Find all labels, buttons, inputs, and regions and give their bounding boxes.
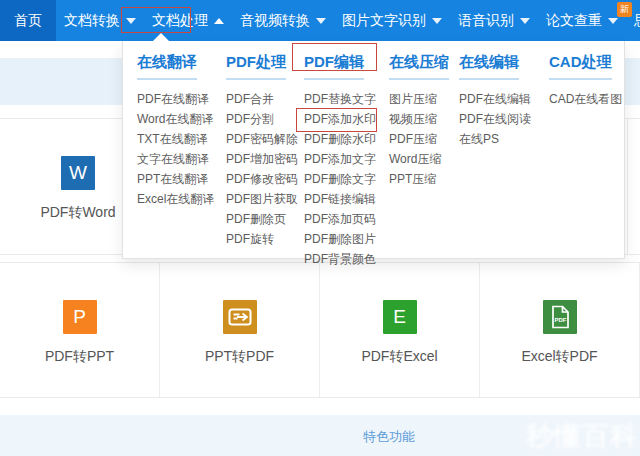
menu-column-header: CAD处理 bbox=[549, 53, 629, 80]
card-ppt-to-pdf[interactable]: PPT转PDF bbox=[160, 263, 320, 397]
menu-item[interactable]: PDF分割 bbox=[226, 109, 304, 129]
nav-item-speech-recognition[interactable]: 语音识别 bbox=[450, 0, 538, 41]
menu-item[interactable]: PDF增加密码 bbox=[226, 149, 304, 169]
page: 首页 文档转换 文档处理 音视频转换 图片文字识别 语音识别 论文查重 新 思维 bbox=[0, 0, 640, 456]
menu-item[interactable]: PDF添加文字 bbox=[304, 149, 389, 169]
menu-item[interactable]: TXT在线翻译 bbox=[137, 129, 226, 149]
menu-item[interactable]: PDF合并 bbox=[226, 89, 304, 109]
menu-column-online-compress: 在线压缩 图片压缩 视频压缩 PDF压缩 Word压缩 PPT压缩 bbox=[389, 53, 459, 258]
chevron-up-icon bbox=[214, 18, 224, 24]
nav-item-av-convert[interactable]: 音视频转换 bbox=[232, 0, 334, 41]
menu-item[interactable]: PPT在线翻译 bbox=[137, 169, 226, 189]
export-card-icon bbox=[223, 300, 257, 334]
nav-item-label: 思维导图 bbox=[634, 12, 640, 30]
menu-item[interactable]: Excel在线翻译 bbox=[137, 189, 226, 209]
menu-item[interactable]: PDF删除图片 bbox=[304, 229, 389, 249]
nav-item-label: 语音识别 bbox=[458, 12, 514, 30]
menu-item[interactable]: 图片压缩 bbox=[389, 89, 459, 109]
menu-item[interactable]: Word压缩 bbox=[389, 149, 459, 169]
nav-item-image-ocr[interactable]: 图片文字识别 bbox=[334, 0, 450, 41]
menu-item[interactable]: 视频压缩 bbox=[389, 109, 459, 129]
nav-item-paper-check[interactable]: 论文查重 新 bbox=[538, 0, 626, 41]
menu-item[interactable]: PDF添加页码 bbox=[304, 209, 389, 229]
featured-functions-link[interactable]: 特色功能 bbox=[363, 428, 415, 446]
icon-text: PDF bbox=[554, 317, 566, 323]
menu-item[interactable]: PDF替换文字 bbox=[304, 89, 389, 109]
card-excel-to-pdf[interactable]: PDF Excel转PDF bbox=[480, 263, 640, 397]
card-row-2: P PDF转PPT PPT转PDF E PDF转Excel bbox=[0, 262, 640, 398]
menu-column-header: 在线压缩 bbox=[389, 53, 459, 80]
menu-column-header: PDF处理 bbox=[226, 53, 304, 80]
card-label: PDF转Excel bbox=[361, 348, 437, 366]
menu-item[interactable]: PDF背景颜色 bbox=[304, 249, 389, 269]
menu-column-header: PDF编辑 bbox=[304, 53, 389, 80]
card-label: PDF转Word bbox=[40, 204, 115, 222]
menu-column-pdf-process: PDF处理 PDF合并 PDF分割 PDF密码解除 PDF增加密码 PDF修改密… bbox=[226, 53, 304, 258]
menu-item[interactable]: PDF删除文字 bbox=[304, 169, 389, 189]
menu-item[interactable]: PDF压缩 bbox=[389, 129, 459, 149]
menu-item[interactable]: PDF删除页 bbox=[226, 209, 304, 229]
nav-item-label: 图片文字识别 bbox=[342, 12, 426, 30]
icon-letter: P bbox=[73, 306, 86, 328]
card-label: PPT转PDF bbox=[205, 348, 274, 366]
nav-item-doc-convert[interactable]: 文档转换 bbox=[56, 0, 144, 41]
card-label: PDF转PPT bbox=[45, 348, 114, 366]
menu-item[interactable]: PDF添加水印 bbox=[304, 109, 389, 129]
word-file-icon: W bbox=[61, 156, 95, 190]
icon-letter: W bbox=[69, 162, 87, 184]
pdf-doc-icon: PDF bbox=[543, 300, 577, 334]
chevron-down-icon bbox=[608, 18, 618, 24]
menu-item[interactable]: CAD在线看图 bbox=[549, 89, 629, 109]
card-pdf-to-ppt[interactable]: P PDF转PPT bbox=[0, 263, 160, 397]
chevron-down-icon bbox=[520, 18, 530, 24]
menu-column-online-edit: 在线编辑 PDF在线编辑 PDF在线阅读 在线PS bbox=[459, 53, 549, 258]
icon-letter: E bbox=[393, 306, 406, 328]
ppt-file-icon: P bbox=[63, 300, 97, 334]
card-hidden[interactable] bbox=[628, 119, 640, 254]
excel-file-icon: E bbox=[383, 300, 417, 334]
menu-item[interactable]: PDF修改密码 bbox=[226, 169, 304, 189]
nav-item-label: 文档处理 bbox=[152, 12, 208, 30]
menu-item[interactable]: PDF旋转 bbox=[226, 229, 304, 249]
menu-column-pdf-edit: PDF编辑 PDF替换文字 PDF添加水印 PDF删除水印 PDF添加文字 PD… bbox=[304, 53, 389, 258]
doc-process-dropdown-menu: 在线翻译 PDF在线翻译 Word在线翻译 TXT在线翻译 文字在线翻译 PPT… bbox=[122, 41, 625, 259]
dropdown-caret-icon bbox=[153, 33, 169, 41]
menu-column-online-translate: 在线翻译 PDF在线翻译 Word在线翻译 TXT在线翻译 文字在线翻译 PPT… bbox=[137, 53, 226, 258]
menu-item[interactable]: PDF在线翻译 bbox=[137, 89, 226, 109]
chevron-down-icon bbox=[126, 18, 136, 24]
menu-item-pdf-remove-watermark[interactable]: PDF删除水印 bbox=[304, 129, 389, 149]
menu-item[interactable]: PDF密码解除 bbox=[226, 129, 304, 149]
chevron-down-icon bbox=[432, 18, 442, 24]
menu-column-cad-process: CAD处理 CAD在线看图 bbox=[549, 53, 629, 258]
menu-item[interactable]: PPT压缩 bbox=[389, 169, 459, 189]
footer-band bbox=[0, 415, 640, 456]
nav-item-label: 论文查重 bbox=[546, 12, 602, 30]
menu-column-header: 在线翻译 bbox=[137, 53, 226, 80]
card-pdf-to-excel[interactable]: E PDF转Excel bbox=[320, 263, 480, 397]
top-navigation-bar: 首页 文档转换 文档处理 音视频转换 图片文字识别 语音识别 论文查重 新 思维 bbox=[0, 0, 640, 41]
menu-item[interactable]: PDF在线编辑 bbox=[459, 89, 549, 109]
nav-item-label: 首页 bbox=[14, 12, 42, 30]
chevron-down-icon bbox=[316, 18, 326, 24]
menu-item[interactable]: 文字在线翻译 bbox=[137, 149, 226, 169]
nav-item-label: 音视频转换 bbox=[240, 12, 310, 30]
menu-item[interactable]: PDF图片获取 bbox=[226, 189, 304, 209]
nav-item-mind-map[interactable]: 思维导图 bbox=[626, 0, 640, 41]
menu-item[interactable]: PDF链接编辑 bbox=[304, 189, 389, 209]
menu-item[interactable]: Word在线翻译 bbox=[137, 109, 226, 129]
card-label: Excel转PDF bbox=[521, 348, 597, 366]
nav-item-home[interactable]: 首页 bbox=[0, 0, 56, 41]
menu-column-header: 在线编辑 bbox=[459, 53, 549, 80]
menu-item[interactable]: 在线PS bbox=[459, 129, 549, 149]
nav-item-label: 文档转换 bbox=[64, 12, 120, 30]
menu-item[interactable]: PDF在线阅读 bbox=[459, 109, 549, 129]
